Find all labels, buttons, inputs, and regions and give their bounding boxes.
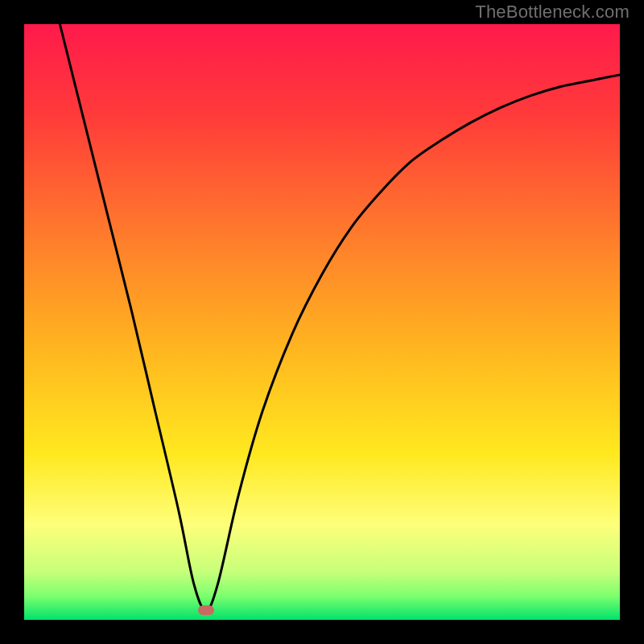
- plot-gradient-background: [24, 24, 620, 620]
- chart-frame: TheBottleneck.com: [0, 0, 644, 644]
- watermark-text: TheBottleneck.com: [475, 2, 630, 23]
